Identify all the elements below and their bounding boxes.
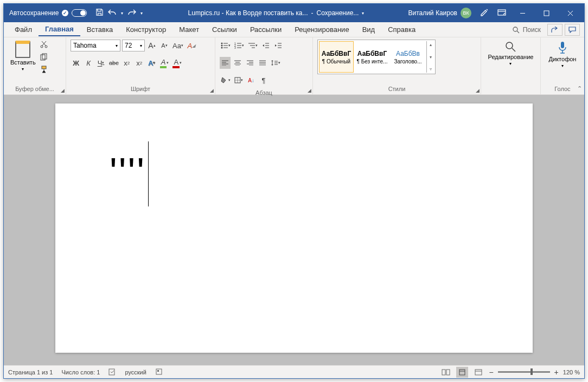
svg-rect-2 [544, 11, 549, 16]
tab-mailings[interactable]: Рассылки [244, 23, 288, 36]
svg-rect-58 [561, 42, 564, 48]
tab-review[interactable]: Рецензирование [288, 23, 355, 36]
document-area[interactable]: '''' [4, 95, 584, 365]
titlebar: Автосохранение ✓ ▾ ▾ Lumpics.ru - Как в … [4, 4, 584, 22]
bold-button[interactable]: Ж [71, 57, 81, 69]
word-count[interactable]: Число слов: 1 [61, 369, 100, 375]
comments-button[interactable] [565, 24, 580, 36]
title-dropdown-icon[interactable]: ▾ [362, 11, 364, 16]
justify-icon[interactable] [257, 57, 268, 69]
dialog-launcher-icon[interactable]: ◢ [476, 88, 480, 93]
web-layout-icon[interactable] [472, 367, 484, 378]
tab-insert[interactable]: Вставка [80, 23, 119, 36]
close-button[interactable] [558, 4, 582, 22]
style-normal[interactable]: АаБбВвГ ¶ Обычный [319, 41, 354, 73]
font-size-combo[interactable]: 72▾ [122, 40, 145, 51]
qat-dropdown-icon[interactable]: ▾ [140, 11, 143, 16]
format-painter-icon[interactable] [40, 66, 48, 75]
paste-button[interactable]: Вставить ▾ [8, 40, 38, 73]
proofing-icon[interactable] [108, 368, 116, 377]
print-layout-icon[interactable] [456, 367, 468, 378]
find-button[interactable]: Редактирование ▾ [486, 40, 536, 67]
style-gallery[interactable]: АаБбВвГ ¶ Обычный АаБбВвГ ¶ Без инте... … [317, 40, 436, 74]
dialog-launcher-icon[interactable]: ◢ [308, 88, 311, 93]
tab-view[interactable]: Вид [356, 23, 382, 36]
macro-icon[interactable] [155, 368, 163, 377]
align-right-icon[interactable] [245, 57, 255, 69]
multilevel-icon[interactable]: ▾ [247, 40, 259, 51]
font-color-icon[interactable]: A▾ [171, 57, 183, 69]
svg-rect-68 [475, 370, 482, 375]
highlight-icon[interactable]: A▾ [159, 57, 170, 69]
zoom-out-icon[interactable]: − [489, 368, 493, 377]
search-box[interactable]: Поиск [512, 26, 541, 34]
page-count[interactable]: Страница 1 из 1 [8, 369, 53, 375]
numbering-icon[interactable]: 123▾ [233, 40, 245, 51]
tab-home[interactable]: Главная [39, 23, 80, 36]
redo-icon[interactable] [127, 9, 136, 18]
dialog-launcher-icon[interactable]: ◢ [210, 88, 214, 93]
minimize-button[interactable] [510, 4, 534, 22]
shrink-font-icon[interactable]: A▾ [159, 40, 170, 51]
line-spacing-icon[interactable]: ▾ [270, 57, 282, 69]
tab-references[interactable]: Ссылки [206, 23, 244, 36]
zoom-slider[interactable] [498, 371, 550, 373]
borders-icon[interactable]: ▾ [233, 74, 244, 86]
autosave-toggle[interactable]: Автосохранение ✓ [6, 9, 90, 17]
svg-line-6 [517, 31, 519, 33]
copy-icon[interactable] [40, 53, 48, 62]
undo-dropdown-icon[interactable]: ▾ [121, 11, 123, 16]
user-account[interactable]: Виталий Каиров ВК [404, 8, 476, 18]
increase-indent-icon[interactable] [273, 40, 284, 51]
tab-help[interactable]: Справка [381, 23, 422, 36]
decrease-indent-icon[interactable] [260, 40, 271, 51]
tab-layout[interactable]: Макет [172, 23, 206, 36]
ribbon-mode-icon[interactable] [493, 9, 510, 18]
sort-icon[interactable]: А↓ [246, 74, 257, 86]
svg-point-12 [221, 43, 223, 44]
avatar: ВК [461, 8, 471, 18]
style-heading[interactable]: АаБбВв Заголово... [391, 41, 425, 73]
underline-button[interactable]: Ч▾ [95, 57, 106, 69]
superscript-icon[interactable]: x2 [134, 57, 145, 69]
cut-icon[interactable] [40, 41, 48, 50]
check-icon: ✓ [62, 10, 68, 16]
language[interactable]: русский [125, 369, 146, 375]
zoom-level[interactable]: 120 % [563, 369, 580, 375]
save-icon[interactable] [95, 8, 104, 18]
shading-icon[interactable]: ▾ [220, 74, 232, 86]
tab-file[interactable]: Файл [8, 23, 39, 36]
zoom-in-icon[interactable]: + [554, 368, 559, 377]
draw-icon[interactable] [476, 8, 493, 18]
subscript-icon[interactable]: x2 [122, 57, 132, 69]
share-button[interactable] [547, 24, 563, 36]
dictate-button[interactable]: Диктофон ▾ [547, 40, 579, 69]
bullets-icon[interactable]: ▾ [220, 40, 232, 51]
group-label: Стили [317, 86, 476, 93]
undo-icon[interactable] [108, 9, 117, 18]
font-name-combo[interactable]: Tahoma▾ [71, 40, 120, 51]
text-effects-icon[interactable]: A▾ [146, 57, 157, 69]
search-icon [512, 26, 520, 34]
tab-design[interactable]: Конструктор [119, 23, 172, 36]
align-left-icon[interactable] [220, 57, 231, 69]
clear-format-icon[interactable]: A◢ [186, 40, 197, 51]
read-mode-icon[interactable] [440, 367, 452, 378]
show-marks-icon[interactable]: ¶ [258, 74, 269, 86]
statusbar: Страница 1 из 1 Число слов: 1 русский − … [4, 365, 584, 378]
svg-text:3: 3 [234, 46, 236, 49]
italic-button[interactable]: К [83, 57, 94, 69]
strike-button[interactable]: abc [108, 57, 120, 69]
toggle-switch[interactable] [72, 9, 87, 17]
collapse-ribbon-icon[interactable]: ⌃ [577, 85, 582, 92]
style-nospacing[interactable]: АаБбВвГ ¶ Без инте... [355, 41, 389, 73]
grow-font-icon[interactable]: A▴ [146, 40, 157, 51]
change-case-icon[interactable]: Aa▾ [171, 40, 184, 51]
dialog-launcher-icon[interactable]: ◢ [61, 88, 65, 93]
svg-point-7 [41, 46, 43, 48]
align-center-icon[interactable] [232, 57, 243, 69]
maximize-button[interactable] [534, 4, 558, 22]
svg-rect-63 [157, 370, 159, 372]
page[interactable]: '''' [55, 103, 533, 353]
style-scroll[interactable]: ▴▾▿ [426, 41, 434, 73]
